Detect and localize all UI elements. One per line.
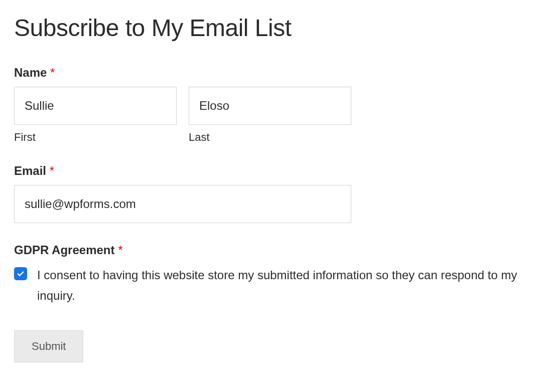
gdpr-label: GDPR Agreement * — [14, 243, 546, 257]
first-name-column: First — [14, 87, 177, 144]
email-label-text: Email — [14, 164, 46, 177]
required-marker: * — [118, 243, 122, 257]
last-name-sublabel: Last — [189, 131, 351, 144]
gdpr-consent-text: I consent to having this website store m… — [37, 265, 546, 306]
name-row: First Last — [14, 87, 546, 144]
email-input[interactable] — [14, 185, 351, 223]
first-name-sublabel: First — [14, 131, 177, 144]
required-marker: * — [50, 164, 54, 177]
first-name-input[interactable] — [14, 87, 177, 125]
check-icon — [16, 269, 25, 278]
gdpr-field-group: GDPR Agreement * I consent to having thi… — [14, 243, 546, 306]
email-label: Email * — [14, 164, 546, 178]
email-field-group: Email * — [14, 164, 546, 223]
name-label-text: Name — [14, 66, 47, 79]
gdpr-row: I consent to having this website store m… — [14, 265, 546, 306]
page-title: Subscribe to My Email List — [14, 14, 546, 42]
gdpr-checkbox[interactable] — [14, 267, 27, 280]
name-field-group: Name * First Last — [14, 66, 546, 144]
name-label: Name * — [14, 66, 546, 80]
last-name-input[interactable] — [189, 87, 351, 125]
required-marker: * — [50, 66, 55, 79]
submit-button[interactable]: Submit — [14, 330, 83, 362]
last-name-column: Last — [189, 87, 351, 144]
gdpr-label-text: GDPR Agreement — [14, 243, 114, 257]
